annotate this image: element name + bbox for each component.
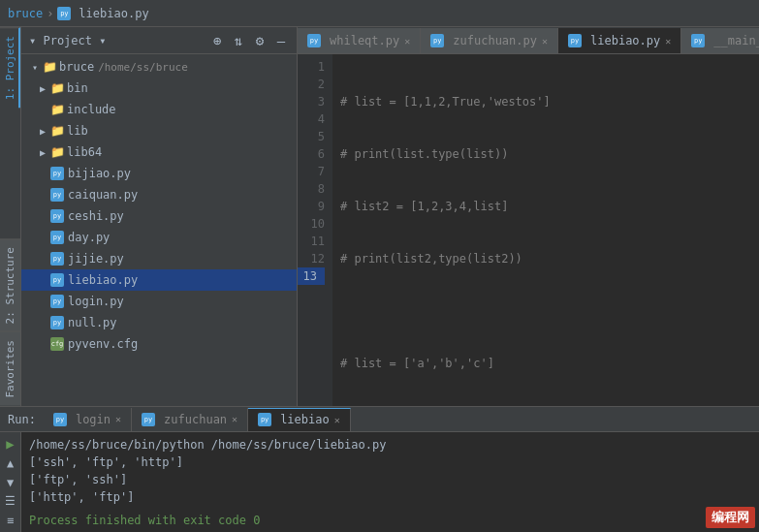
editor-tabs: py whileqt.py ✕ py zufuchuan.py ✕ py lie…	[298, 27, 759, 54]
tree-item-jijie[interactable]: py jijie.py	[21, 248, 297, 269]
tree-item-caiquan-label: caiquan.py	[68, 188, 138, 202]
run-command: /home/ss/bruce/bin/python /home/ss/bruce…	[29, 436, 751, 454]
run-up-btn[interactable]: ▲	[3, 455, 18, 471]
run-tab-liebiao-close[interactable]: ✕	[334, 415, 340, 425]
tree-item-caiquan[interactable]: py caiquan.py	[21, 184, 297, 205]
breadcrumb-separator: ›	[47, 7, 53, 20]
tree-item-null[interactable]: py null.py	[21, 312, 297, 333]
hide-icon[interactable]: —	[273, 33, 289, 48]
py-icon-ceshi: py	[50, 209, 64, 223]
code-line-4: # print(list2,type(list2))	[340, 250, 759, 267]
run-tab-zufuchuan-label: zufuchuan	[164, 413, 227, 426]
tree-root-label: bruce	[59, 60, 94, 74]
sidebar-tab-favorites[interactable]: Favorites	[0, 331, 20, 406]
py-icon-caiquan: py	[50, 188, 64, 202]
tree-arrow-root: ▾	[29, 61, 41, 73]
tree-item-liebiao[interactable]: py liebiao.py	[21, 269, 297, 291]
tree-root[interactable]: ▾ 📁 bruce /home/ss/bruce	[21, 56, 297, 78]
tree-item-lib-label: lib	[67, 124, 88, 138]
tree-arrow-lib64: ▶	[37, 146, 48, 158]
folder-icon-bin: 📁	[50, 81, 65, 95]
tree-arrow-day	[37, 232, 48, 243]
run-output-line-1: ['ssh', 'ftp', 'http']	[29, 454, 751, 471]
project-title: ▾ Project ▾	[29, 34, 206, 47]
run-text: /home/ss/bruce/bin/python /home/ss/bruce…	[21, 432, 759, 532]
folder-icon-lib: 📁	[50, 124, 65, 138]
tree-arrow-liebiao	[37, 274, 48, 286]
folder-icon-root: 📁	[43, 60, 57, 74]
code-line-6: # list = ['a','b','c']	[340, 355, 759, 372]
main-area: 1: Project 2: Structure Favorites ▾ Proj…	[0, 27, 759, 406]
tree-item-ceshi[interactable]: py ceshi.py	[21, 205, 297, 227]
run-down-btn[interactable]: ▼	[3, 475, 18, 490]
tree-item-pyvenv-label: pyvenv.cfg	[68, 337, 138, 351]
tree-item-lib64[interactable]: ▶ 📁 lib64	[21, 141, 297, 163]
tab-close-zufuchuan[interactable]: ✕	[542, 36, 548, 47]
tab-icon-whileqt: py	[307, 34, 321, 47]
tree-arrow-login	[37, 296, 48, 307]
side-tabs: 1: Project 2: Structure Favorites	[0, 27, 21, 406]
tab-close-liebiao[interactable]: ✕	[665, 36, 671, 47]
tree-item-jijie-label: jijie.py	[68, 252, 124, 266]
run-tab-liebiao-icon: py	[258, 413, 271, 426]
tab-liebiao[interactable]: py liebiao.py ✕	[558, 28, 681, 53]
tab-zufuchuan[interactable]: py zufuchuan.py ✕	[421, 28, 558, 53]
collapse-icon[interactable]: ⇅	[231, 33, 246, 48]
tree-item-null-label: null.py	[68, 316, 117, 329]
run-play-btn[interactable]: ▶	[3, 436, 18, 452]
tree-item-day-label: day.py	[68, 231, 110, 244]
tree-item-bijiao[interactable]: py bijiao.py	[21, 163, 297, 184]
tree-item-include[interactable]: 📁 include	[21, 99, 297, 120]
tab-icon-main: py	[691, 34, 705, 47]
run-tab-liebiao[interactable]: py liebiao ✕	[248, 408, 351, 431]
watermark: 编程网	[706, 507, 755, 528]
run-sidebar: ▶ ▲ ▼ ☰ ≡	[0, 432, 21, 532]
settings-icon[interactable]: ⚙	[252, 33, 268, 48]
project-header: ▾ Project ▾ ⊕ ⇅ ⚙ —	[21, 27, 297, 54]
tree-item-bijiao-label: bijiao.py	[68, 167, 131, 180]
tree-arrow-jijie	[37, 253, 48, 265]
py-icon-null: py	[50, 316, 64, 329]
run-output-line-2: ['ftp', 'ssh']	[29, 471, 751, 488]
code-content[interactable]: # list = [1,1,2,True,'westos'] # print(l…	[332, 54, 759, 406]
py-icon-liebiao: py	[50, 273, 64, 287]
tree-item-login-label: login.py	[68, 295, 124, 308]
py-icon-login: py	[50, 295, 64, 308]
sidebar-tab-project[interactable]: 1: Project	[0, 27, 20, 108]
tree-item-pyvenv[interactable]: cfg pyvenv.cfg	[21, 333, 297, 355]
tree-item-bin[interactable]: ▶ 📁 bin	[21, 78, 297, 99]
run-tab-login-close[interactable]: ✕	[115, 414, 121, 424]
sidebar-tab-structure[interactable]: 2: Structure	[0, 238, 20, 331]
tree-item-include-label: include	[67, 103, 116, 116]
tab-main[interactable]: py __main__.py ✕	[681, 28, 759, 53]
code-line-5	[340, 302, 759, 320]
run-list-btn[interactable]: ☰	[3, 494, 18, 510]
run-tab-login-icon: py	[53, 413, 67, 426]
breadcrumb-project[interactable]: bruce	[8, 7, 43, 20]
tree-item-lib[interactable]: ▶ 📁 lib	[21, 120, 297, 141]
run-tab-login-label: login	[76, 413, 111, 426]
tree-item-login[interactable]: py login.py	[21, 291, 297, 312]
tree-item-bin-label: bin	[67, 81, 88, 95]
tab-close-whileqt[interactable]: ✕	[404, 36, 410, 47]
code-line-2: # print(list.type(list))	[340, 145, 759, 163]
tab-whileqt[interactable]: py whileqt.py ✕	[298, 28, 421, 53]
cfg-icon-pyvenv: cfg	[50, 337, 64, 351]
run-lines-btn[interactable]: ≡	[3, 513, 18, 528]
sync-icon[interactable]: ⊕	[209, 33, 225, 48]
file-icon: py	[57, 7, 71, 20]
run-tabs: Run: py login ✕ py zufuchuan ✕ py liebia…	[0, 407, 759, 432]
run-tab-zufuchuan[interactable]: py zufuchuan ✕	[132, 408, 248, 431]
project-icons: ⊕ ⇅ ⚙ —	[209, 33, 289, 48]
tree-arrow-pyvenv	[37, 338, 48, 350]
run-tab-zufuchuan-close[interactable]: ✕	[232, 414, 237, 424]
run-tab-login[interactable]: py login ✕	[44, 408, 132, 431]
py-icon-day: py	[50, 231, 64, 244]
run-tab-zufuchuan-icon: py	[142, 413, 155, 426]
tab-icon-liebiao: py	[568, 34, 582, 47]
tab-label-main: __main__.py	[713, 34, 759, 47]
tree-item-day[interactable]: py day.py	[21, 227, 297, 248]
code-line-1: # list = [1,1,2,True,'westos']	[340, 93, 759, 110]
line-numbers: 1 2 3 4 5 6 7 8 9 10 11 12 13	[298, 54, 332, 406]
code-editor[interactable]: 1 2 3 4 5 6 7 8 9 10 11 12 13 # list = […	[298, 54, 759, 406]
